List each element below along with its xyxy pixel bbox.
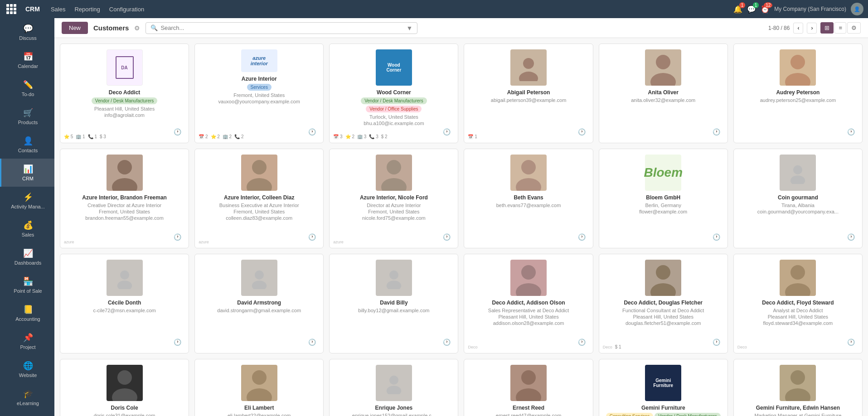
customer-card-brandon[interactable]: Azure Interior, Brandon Freeman Creative… [60, 149, 189, 248]
card-email: ernest.reed47@example.com [470, 413, 587, 416]
list-view-button[interactable]: ≡ [834, 22, 846, 34]
svg-point-19 [252, 281, 267, 289]
customer-card-douglas[interactable]: Deco Addict, Douglas Fletcher Functional… [599, 254, 728, 353]
svg-point-3 [650, 73, 676, 86]
sidebar-item-elearning[interactable]: 🎓 eLearning [0, 383, 54, 411]
clock-icon-wrapper[interactable]: ⏰ 12 [761, 5, 770, 14]
customer-card-bloem[interactable]: Bloem Bloem GmbH Berlin, Germany flower@… [599, 149, 728, 248]
deco-logo-small: Deco [603, 345, 612, 349]
app-grid-icon[interactable] [5, 2, 18, 16]
card-name: Abigail Peterson [470, 89, 587, 96]
card-email: abigail.peterson39@example.com [470, 97, 587, 103]
customer-card-edwin[interactable]: Gemini Furniture, Edwin Hansen Marketing… [733, 359, 863, 416]
customer-card-addison[interactable]: Deco Addict, Addison Olson Sales Represe… [464, 254, 593, 353]
notification-bell[interactable]: 🔔 1 [733, 5, 742, 14]
customer-card-doris[interactable]: Doris Cole doris.cole31@example.com 🕐 [60, 359, 189, 416]
sidebar-label-elearning: eLearning [17, 401, 39, 406]
customer-card-audrey[interactable]: Audrey Peterson audrey.peterson25@exampl… [733, 44, 863, 143]
customer-card-anita[interactable]: Anita Oliver anita.oliver32@example.com … [599, 44, 728, 143]
search-bar[interactable]: 🔍 ▼ [145, 22, 417, 34]
svg-point-1 [519, 72, 538, 81]
next-page-button[interactable]: › [807, 23, 817, 34]
tag: Vendor / Desk Manufacturers [92, 97, 158, 104]
card-email: billy.boy12@gmail.example.com [335, 308, 452, 313]
card-email: colleen.diaz83@example.com [200, 215, 318, 221]
svg-point-16 [120, 271, 129, 280]
customer-card-eli[interactable]: Eli Lambert eli.lambert22@example.com 🕐 [194, 359, 324, 416]
products-icon: 🛒 [23, 108, 33, 118]
phone-stat: 📞 1 [88, 134, 97, 139]
svg-point-34 [521, 370, 536, 385]
azure-logo-small: azure [199, 240, 209, 244]
card-email: c-cile72@msn.example.com [66, 308, 183, 313]
customer-card-cecile[interactable]: Cécile Donth c-cile72@msn.example.com 🕐 [60, 254, 189, 353]
search-dropdown-button[interactable]: ▼ [407, 24, 413, 32]
activity-clock: 🕐 [847, 128, 855, 135]
customer-card-wood-corner[interactable]: WoodCorner Wood Corner Vendor / Desk Man… [329, 44, 458, 143]
settings-view-button[interactable]: ⚙ [847, 22, 861, 34]
calendar-stat: 📅 2 [199, 134, 208, 139]
card-email: bhu.a100@ic.example.com [335, 121, 452, 126]
card-name: Azure Interior, Brandon Freeman [66, 194, 183, 201]
svg-point-26 [790, 265, 805, 280]
sidebar-label-website: Website [19, 372, 37, 378]
sidebar-item-contacts[interactable]: 👤 Contacts [0, 131, 54, 159]
user-avatar[interactable]: 👤 [851, 3, 863, 15]
sidebar-label-contacts: Contacts [18, 148, 38, 153]
customer-card-azure-interior[interactable]: azureinterior Azure Interior Services Fr… [194, 44, 324, 143]
phone-stat: 📞 2 [234, 134, 243, 139]
sidebar-item-website[interactable]: 🌐 Website [0, 355, 54, 383]
customer-card-david-armstrong[interactable]: David Armstrong david.strongarm@gmail.ex… [194, 254, 324, 353]
sidebar-item-todo[interactable]: ✏️ To-do [0, 74, 54, 102]
search-input[interactable] [160, 24, 406, 31]
sidebar-item-sales[interactable]: 💰 Sales [0, 215, 54, 243]
svg-point-22 [521, 265, 536, 280]
menu-configuration[interactable]: Configuration [106, 4, 148, 15]
messages-icon-wrapper[interactable]: 💬 1 [747, 5, 756, 14]
customer-card-abigail[interactable]: Abigail Peterson abigail.peterson39@exam… [464, 44, 593, 143]
customer-card-enrique[interactable]: Enrique Jones enrique.jones152@gmail.exa… [329, 359, 458, 416]
card-name: Azure Interior, Colleen Diaz [200, 194, 318, 201]
card-name: Deco Addict, Douglas Fletcher [605, 300, 722, 306]
sidebar-item-calendar[interactable]: 📅 Calendar [0, 46, 54, 74]
sidebar-item-accounting[interactable]: 📒 Accounting [0, 299, 54, 327]
sidebar-item-project[interactable]: 📌 Project [0, 327, 54, 355]
customer-card-deco-addict[interactable]: DA Deco Addict Vendor / Desk Manufacture… [60, 44, 189, 143]
settings-gear-icon[interactable]: ⚙ [134, 24, 140, 32]
card-email: david.strongarm@gmail.example.com [200, 308, 318, 313]
customer-card-gemini[interactable]: GeminiFurniture Gemini Furniture Consult… [599, 359, 728, 416]
star-stat: ⭐ 2 [211, 134, 220, 139]
sidebar-item-pos[interactable]: 🏪 Point of Sale [0, 271, 54, 299]
card-avatar [510, 49, 547, 86]
customer-card-colleen[interactable]: Azure Interior, Colleen Diaz Business Ex… [194, 149, 324, 248]
card-location: Pleasant Hill, United States [605, 314, 722, 319]
customer-card-ernest[interactable]: Ernest Reed ernest.reed47@example.com 🕐 [464, 359, 593, 416]
card-name: Enrique Jones [335, 405, 452, 411]
customer-card-nicole[interactable]: Azure Interior, Nicole Ford Director at … [329, 149, 458, 248]
todo-icon: ✏️ [23, 80, 33, 90]
svg-point-17 [117, 281, 132, 289]
sidebar-item-dashboards[interactable]: 📈 Dashboards [0, 243, 54, 271]
card-job: Director at Azure Interior [335, 203, 452, 208]
new-button[interactable]: New [62, 22, 88, 34]
sidebar-item-discuss[interactable]: 💬 Discuss [0, 18, 54, 46]
card-footer: 📅 1 🕐 [468, 134, 589, 139]
activity-clock: 🕐 [174, 339, 181, 346]
customer-card-floyd[interactable]: Deco Addict, Floyd Steward Analyst at De… [733, 254, 863, 353]
kanban-view-button[interactable]: ⊞ [820, 22, 834, 34]
card-name: David Armstrong [200, 300, 318, 306]
svg-point-27 [785, 283, 810, 296]
customer-card-beth[interactable]: Beth Evans beth.evans77@example.com 🕐 [464, 149, 593, 248]
prev-page-button[interactable]: ‹ [793, 23, 803, 34]
sidebar-item-activity[interactable]: ⚡ Activity Mana... [0, 187, 54, 215]
customer-card-david-billy[interactable]: David Billy billy.boy12@gmail.example.co… [329, 254, 458, 353]
sidebar-item-crm[interactable]: 📊 CRM [0, 159, 54, 187]
activity-clock: 🕐 [443, 339, 451, 346]
sidebar-item-email[interactable]: 📧 Email Marketing [0, 411, 54, 416]
sidebar-item-products[interactable]: 🛒 Products [0, 102, 54, 131]
menu-sales[interactable]: Sales [47, 4, 69, 15]
menu-reporting[interactable]: Reporting [71, 4, 103, 15]
svg-point-30 [252, 370, 267, 385]
customer-card-coin-gourmand[interactable]: Coin gourmand Tirana, Albania coin.gourm… [733, 149, 863, 248]
card-footer: 📅 3 ⭐ 2 🏢 3 📞 3 $ 2 🕐 [333, 134, 454, 139]
